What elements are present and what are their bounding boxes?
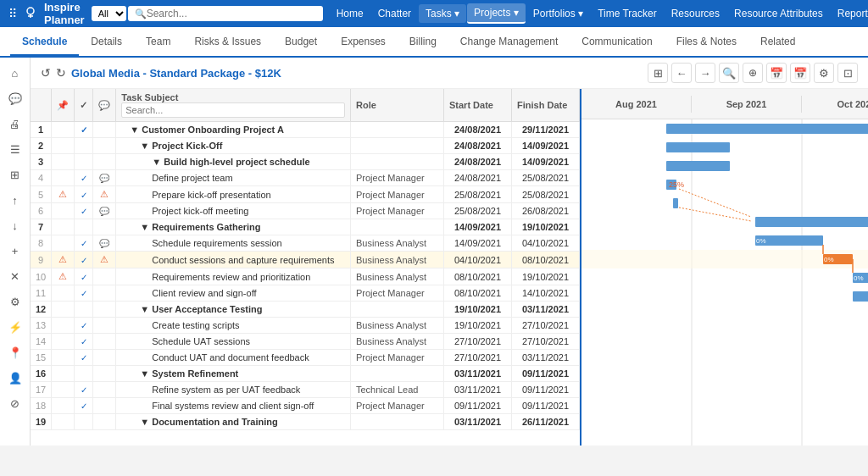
table-row: 14 ✓ Schedule UAT sessions Business Anal… — [31, 334, 580, 350]
col-role: Role — [351, 89, 444, 122]
tab-details[interactable]: Details — [79, 29, 134, 56]
tab-change-mgmt[interactable]: Change Management — [448, 29, 570, 56]
schedule-toolbar: ↺ ↻ Global Media - Standard Package - $1… — [31, 58, 868, 89]
tab-risks[interactable]: Risks & Issues — [182, 29, 273, 56]
sidebar-location-icon[interactable]: 📍 — [5, 342, 25, 363]
month-sep: Sep 2021 — [692, 96, 802, 113]
toolbar-zoom-out-icon[interactable]: 🔍 — [719, 63, 739, 83]
gantt-bar-row2 — [666, 142, 730, 152]
nav-home[interactable]: Home — [330, 4, 370, 23]
toolbar-add-calendar-icon[interactable]: 📅 — [790, 63, 810, 83]
refresh-icon[interactable]: ↺ — [41, 66, 51, 80]
svg-text:0%: 0% — [756, 237, 766, 245]
gantt-bar-row6 — [673, 198, 678, 208]
main-content: ⌂ 💬 🖨 ☰ ⊞ ↑ ↓ + ✕ ⚙ ⚡ 📍 👤 ⊘ ↺ ↻ Global M… — [0, 58, 868, 446]
svg-text:0%: 0% — [854, 274, 864, 282]
redo-icon[interactable]: ↻ — [56, 66, 66, 80]
sidebar-list-icon[interactable]: ☰ — [5, 139, 25, 159]
table-row: 4 ✓ 💬 Define project team Project Manage… — [31, 170, 580, 186]
col-num — [31, 89, 52, 122]
tab-billing[interactable]: Billing — [398, 29, 448, 56]
sidebar-print-icon[interactable]: 🖨 — [5, 113, 25, 134]
col-finish: Finish Date — [512, 89, 580, 122]
left-sidebar: ⌂ 💬 🖨 ☰ ⊞ ↑ ↓ + ✕ ⚙ ⚡ 📍 👤 ⊘ — [0, 58, 31, 446]
toolbar-settings-icon[interactable]: ⚙ — [814, 63, 834, 83]
table-row: 6 ✓ 💬 Project kick-off meeting Project M… — [31, 203, 580, 219]
tab-related[interactable]: Related — [748, 29, 807, 56]
gantt-bar-row3 — [666, 161, 730, 171]
col-start: Start Date — [444, 89, 512, 122]
table-row: 5 ⚠ ✓ ⚠ Prepare kick-off presentation Pr… — [31, 186, 580, 203]
sidebar-lightning-icon[interactable]: ⚡ — [5, 317, 25, 337]
nav-resources[interactable]: Resources — [665, 4, 726, 23]
gantt-chart: Aug 2021 Sep 2021 Oct 2021 Nov 2021 Dec … — [581, 89, 868, 446]
gantt-header: Aug 2021 Sep 2021 Oct 2021 Nov 2021 Dec … — [581, 89, 868, 119]
nav-resource-attr[interactable]: Resource Attributes — [727, 4, 830, 23]
toolbar-prev-icon[interactable]: ← — [671, 63, 692, 83]
table-row: 18 ✓ Final systems review and client sig… — [31, 398, 580, 414]
svg-text:25%: 25% — [669, 180, 684, 189]
month-oct: Oct 2021 — [802, 96, 868, 113]
table-row: 7 ▼ Requirements Gathering 14/09/2021 19… — [31, 219, 580, 235]
svg-point-0 — [27, 8, 34, 14]
sidebar-chat-icon[interactable]: 💬 — [5, 88, 25, 108]
nav-reports[interactable]: Reports ▾ — [831, 4, 868, 23]
nav-chatter[interactable]: Chatter — [371, 4, 418, 23]
nav-projects[interactable]: Projects ▾ — [467, 3, 526, 24]
tab-schedule[interactable]: Schedule — [10, 29, 79, 56]
sidebar-add-icon[interactable]: + — [5, 241, 25, 261]
toolbar-icons: ⊞ ← → 🔍 ⊕ 📅 📅 ⚙ ⊡ — [648, 63, 858, 83]
table-row: 3 ▼ Build high-level project schedule 24… — [31, 154, 580, 170]
sidebar-settings-icon[interactable]: ⚙ — [5, 291, 25, 312]
toolbar-zoom-in-icon[interactable]: ⊕ — [743, 63, 763, 83]
nav-tasks[interactable]: Tasks ▾ — [419, 4, 466, 23]
table-row: 17 ✓ Refine system as per UAT feedback T… — [31, 382, 580, 398]
task-search-input[interactable] — [121, 102, 345, 118]
month-aug: Aug 2021 — [581, 96, 692, 113]
sidebar-up-icon[interactable]: ↑ — [5, 190, 25, 210]
tab-expenses[interactable]: Expenses — [329, 29, 398, 56]
svg-line-17 — [679, 189, 751, 217]
table-row: 11 ✓ Client review and sign-off Project … — [31, 285, 580, 302]
table-row: 16 ▼ System Refinement 03/11/2021 09/11/… — [31, 366, 580, 382]
search-wrapper: 🔍 — [128, 6, 323, 21]
table-row: 10 ⚠ ✓ Requirements review and prioritiz… — [31, 268, 580, 285]
table-row: 15 ✓ Conduct UAT and document feedback P… — [31, 350, 580, 366]
sidebar-down-icon[interactable]: ↓ — [5, 215, 25, 235]
table-row: 2 ▼ Project Kick-Off 24/08/2021 14/09/20… — [31, 138, 580, 154]
sidebar-block-icon[interactable]: ⊘ — [5, 393, 25, 413]
app-logo — [24, 6, 37, 22]
col-comment: 💬 — [93, 89, 116, 122]
toolbar-grid-icon[interactable]: ⊞ — [648, 63, 668, 83]
toolbar-fullscreen-icon[interactable]: ⊡ — [837, 63, 858, 83]
gantt-svg: 25% 0% 0% 0% — [581, 119, 868, 446]
app-bar: ⠿ Inspire Planner All 🔍 Home Chatter Tas… — [0, 0, 868, 27]
svg-line-18 — [679, 208, 751, 221]
tab-files[interactable]: Files & Notes — [665, 29, 748, 56]
task-table: 📌 ✓ 💬 Task Subject Role Start Date Finis… — [31, 89, 581, 446]
col-pin: 📌 — [52, 89, 75, 122]
table-row: 1 ✓ ▼ Customer Onboarding Project A 24/0… — [31, 122, 580, 138]
sidebar-home-icon[interactable]: ⌂ — [5, 63, 25, 83]
table-row: 13 ✓ Create testing scripts Business Ana… — [31, 318, 580, 334]
project-title: Global Media - Standard Package - $12K — [71, 67, 643, 80]
tab-budget[interactable]: Budget — [273, 29, 329, 56]
col-task-subject: Task Subject — [116, 89, 351, 122]
toolbar-next-icon[interactable]: → — [695, 63, 715, 83]
content-area: ↺ ↻ Global Media - Standard Package - $1… — [31, 58, 868, 446]
tab-team[interactable]: Team — [134, 29, 182, 56]
nav-portfolios[interactable]: Portfolios ▾ — [526, 4, 590, 23]
table-row: 8 ✓ 💬 Schedule requirements session Busi… — [31, 235, 580, 252]
sidebar-grid-icon[interactable]: ⊞ — [5, 164, 25, 185]
grid-icon[interactable]: ⠿ — [8, 7, 17, 20]
all-select[interactable]: All — [92, 6, 126, 21]
tab-communication[interactable]: Communication — [570, 29, 664, 56]
gantt-bar-row7 — [755, 217, 868, 227]
table-row: 9 ⚠ ✓ ⚠ Conduct sessions and capture req… — [31, 252, 580, 268]
tab-bar: Schedule Details Team Risks & Issues Bud… — [0, 27, 868, 58]
search-input[interactable] — [147, 8, 316, 19]
sidebar-remove-icon[interactable]: ✕ — [5, 266, 25, 286]
sidebar-user-icon[interactable]: 👤 — [5, 368, 25, 388]
toolbar-calendar-icon[interactable]: 📅 — [766, 63, 787, 83]
nav-timetracker[interactable]: Time Tracker — [591, 4, 664, 23]
